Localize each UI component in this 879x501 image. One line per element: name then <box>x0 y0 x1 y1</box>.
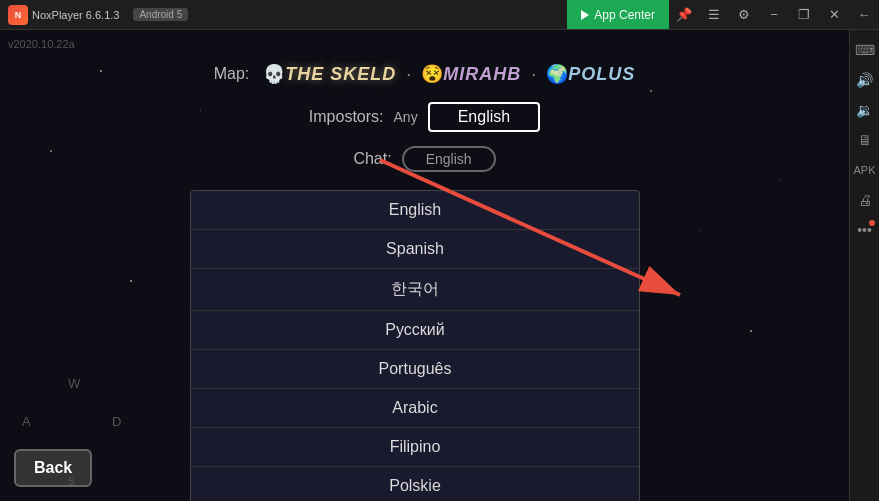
dropdown-item-russian[interactable]: Русский <box>191 311 639 350</box>
language-dropdown: English Spanish 한국어 Русский Português Ar… <box>190 190 640 501</box>
more-icon[interactable]: ••• <box>853 218 877 242</box>
display-icon[interactable]: 🖥 <box>853 128 877 152</box>
volume-down-icon[interactable]: 🔉 <box>853 98 877 122</box>
dropdown-item-arabic[interactable]: Arabic <box>191 389 639 428</box>
mira-text: MIRAHB <box>443 64 521 85</box>
key-w: W <box>68 376 80 391</box>
mira-logo: 😵 MIRAHB <box>421 60 521 88</box>
polus-text: POLUS <box>568 64 635 85</box>
star <box>750 330 752 332</box>
skeld-text: THE SKELD <box>285 64 396 85</box>
dropdown-item-spanish[interactable]: Spanish <box>191 230 639 269</box>
polus-skull-icon: 🌍 <box>546 63 568 85</box>
impostors-row: Impostors: Any English <box>309 102 540 132</box>
star <box>700 230 701 231</box>
apk-icon[interactable]: APK <box>853 158 877 182</box>
version-text: v2020.10.22a <box>8 38 75 50</box>
chat-row: Chat: English <box>353 146 495 172</box>
star <box>130 280 132 282</box>
key-d: D <box>112 414 121 429</box>
any-badge: Any <box>394 109 418 125</box>
polus-logo: 🌍 POLUS <box>546 60 635 88</box>
dot-separator: · <box>406 64 411 85</box>
title-bar: N NoxPlayer 6.6.1.3 Android 5 App Center… <box>0 0 879 30</box>
close-button[interactable]: ✕ <box>819 0 849 30</box>
back-button[interactable]: Back <box>14 449 92 487</box>
dropdown-item-korean[interactable]: 한국어 <box>191 269 639 311</box>
android-badge: Android 5 <box>133 8 188 21</box>
dropdown-item-filipino[interactable]: Filipino <box>191 428 639 467</box>
game-content: Map: 💀 THE SKELD · 😵 MIRAHB · 🌍 POLUS Im… <box>0 50 849 180</box>
map-label: Map: <box>214 65 250 83</box>
key-s: S <box>68 476 75 487</box>
dropdown-item-portuguese[interactable]: Português <box>191 350 639 389</box>
dropdown-item-polskie[interactable]: Polskie <box>191 467 639 501</box>
back-nav-button[interactable]: ← <box>849 0 879 30</box>
impostors-label: Impostors: <box>309 108 384 126</box>
mira-skull-icon: 😵 <box>421 63 443 85</box>
pin-button[interactable]: 📌 <box>669 0 699 30</box>
map-row: Map: 💀 THE SKELD · 😵 MIRAHB · 🌍 POLUS <box>214 60 636 88</box>
nox-title: NoxPlayer 6.6.1.3 <box>32 9 119 21</box>
app-center-label: App Center <box>594 8 655 22</box>
volume-up-icon[interactable]: 🔊 <box>853 68 877 92</box>
minimize-button[interactable]: − <box>759 0 789 30</box>
dropdown-item-english[interactable]: English <box>191 191 639 230</box>
app-center-button[interactable]: App Center <box>567 0 669 29</box>
game-area: v2020.10.22a Map: 💀 THE SKELD · 😵 MIRAHB… <box>0 30 849 501</box>
english-selected-button[interactable]: English <box>428 102 540 132</box>
nox-logo-icon: N <box>8 5 28 25</box>
restore-button[interactable]: ❐ <box>789 0 819 30</box>
nox-logo: N NoxPlayer 6.6.1.3 <box>0 5 127 25</box>
print-icon[interactable]: 🖨 <box>853 188 877 212</box>
star <box>780 180 781 181</box>
dot-separator2: · <box>531 64 536 85</box>
window-controls: 📌 ☰ ⚙ − ❐ ✕ ← <box>669 0 879 29</box>
play-icon <box>581 10 589 20</box>
settings-button[interactable]: ⚙ <box>729 0 759 30</box>
menu-button[interactable]: ☰ <box>699 0 729 30</box>
english-chat-button[interactable]: English <box>402 146 496 172</box>
skull-icon: 💀 <box>263 63 285 85</box>
keyboard-icon[interactable]: ⌨ <box>853 38 877 62</box>
key-a: A <box>22 414 31 429</box>
chat-label: Chat: <box>353 150 391 168</box>
skeld-logo: 💀 THE SKELD <box>263 60 396 88</box>
sidebar: ⌨ 🔊 🔉 🖥 APK 🖨 ••• <box>849 30 879 501</box>
